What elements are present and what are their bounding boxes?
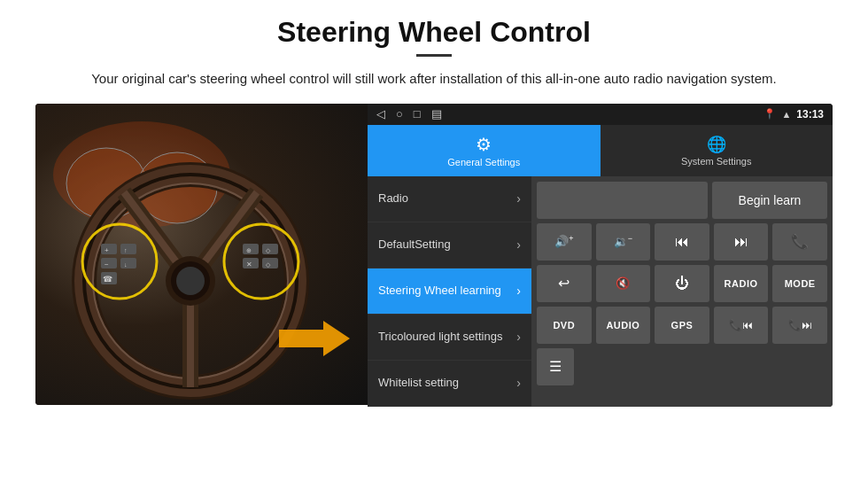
next-track-icon: ⏭ [734, 234, 748, 250]
mute-icon: 🔇 [616, 276, 630, 290]
steering-bg: + − ↑ ↓ ☎ ⊕ ✕ ◇ ◇ [35, 104, 368, 405]
svg-point-15 [176, 267, 205, 295]
svg-text:↓: ↓ [124, 261, 128, 268]
hang-up-button[interactable]: ↩ [537, 265, 592, 302]
tab-system-label: System Settings [681, 156, 751, 167]
tab-system-settings[interactable]: 🌐 System Settings [601, 125, 833, 176]
menu-item-whitelist[interactable]: Whitelist setting › [368, 361, 531, 407]
status-bar-left: ◁ ○ □ ▤ [376, 107, 442, 121]
title-divider [416, 54, 452, 57]
steering-wheel-image: + − ↑ ↓ ☎ ⊕ ✕ ◇ ◇ [35, 104, 368, 405]
tab-general-settings[interactable]: ⚙ General Settings [368, 125, 601, 176]
svg-rect-19 [101, 258, 117, 268]
svg-rect-20 [120, 244, 136, 254]
menu-arrow-radio: › [516, 191, 521, 206]
svg-text:+: + [105, 246, 109, 254]
answer-call-icon: 📞 [791, 233, 809, 250]
phone-prev-button[interactable]: 📞⏮ [714, 307, 769, 344]
phone-next-button[interactable]: 📞⏭ [772, 307, 827, 344]
gps-label: GPS [671, 320, 694, 331]
row-media-controls: 🔊+ 🔉− ⏮ ⏭ 📞 [537, 223, 827, 261]
control-panel: Begin learn 🔊+ 🔉− ⏮ [531, 176, 833, 407]
menu-arrow-default: › [516, 237, 521, 252]
prev-track-button[interactable]: ⏮ [655, 223, 709, 261]
svg-text:⊕: ⊕ [246, 247, 252, 253]
power-icon: ⏻ [675, 276, 689, 292]
menu-item-radio-label: Radio [378, 191, 516, 206]
menu-item-default[interactable]: DefaultSetting › [368, 222, 531, 268]
row-call-controls: ↩ 🔇 ⏻ RADIO MODE [537, 265, 827, 302]
menu-item-tricoloured[interactable]: Tricoloured light settings › [368, 315, 531, 361]
phone-next-icon: 📞⏭ [788, 319, 812, 331]
general-settings-icon: ⚙ [476, 134, 492, 155]
phone-prev-icon: 📞⏮ [729, 319, 753, 331]
radio-label: RADIO [725, 278, 758, 289]
dvd-label: DVD [553, 320, 575, 331]
content-area: + − ↑ ↓ ☎ ⊕ ✕ ◇ ◇ [35, 104, 833, 407]
menu-list: Radio › DefaultSetting › Steering Wheel … [368, 176, 531, 407]
power-button[interactable]: ⏻ [655, 265, 709, 302]
svg-text:☎: ☎ [103, 275, 112, 284]
volume-down-button[interactable]: 🔉− [596, 223, 651, 261]
radio-button[interactable]: RADIO [714, 265, 769, 302]
mode-button[interactable]: MODE [772, 265, 827, 302]
volume-up-button[interactable]: 🔊+ [537, 223, 592, 261]
wifi-icon: ▲ [781, 109, 791, 120]
volume-up-icon: 🔊+ [554, 234, 573, 248]
tab-general-label: General Settings [447, 157, 520, 167]
menu-item-tricoloured-label: Tricoloured light settings [378, 330, 516, 345]
menu-icon[interactable]: ▤ [431, 107, 442, 121]
page-title: Steering Wheel Control [35, 16, 833, 49]
whitelist-icon: ☰ [549, 358, 562, 375]
recents-icon[interactable]: □ [414, 107, 421, 121]
status-time: 13:13 [796, 108, 824, 121]
status-bar-right: 📍 ▲ 13:13 [763, 108, 824, 121]
tab-bar: ⚙ General Settings 🌐 System Settings [368, 125, 833, 176]
menu-arrow-steering: › [516, 284, 521, 298]
page-subtitle: Your original car's steering wheel contr… [35, 69, 833, 89]
svg-text:✕: ✕ [246, 261, 252, 268]
audio-label: AUDIO [606, 320, 639, 331]
menu-item-whitelist-label: Whitelist setting [378, 376, 516, 391]
menu-area: Radio › DefaultSetting › Steering Wheel … [368, 176, 833, 407]
location-icon: 📍 [763, 108, 776, 120]
svg-text:↑: ↑ [124, 247, 128, 253]
mute-button[interactable]: 🔇 [596, 265, 651, 302]
page-container: Steering Wheel Control Your original car… [0, 0, 868, 424]
row-begin-learn: Begin learn [537, 182, 827, 219]
whitelist-icon-button[interactable]: ☰ [537, 348, 574, 385]
svg-rect-30 [262, 244, 278, 254]
menu-item-default-label: DefaultSetting [378, 237, 516, 253]
menu-item-steering[interactable]: Steering Wheel learning › [368, 268, 531, 315]
svg-text:−: − [105, 261, 109, 268]
home-icon[interactable]: ○ [396, 107, 403, 121]
hang-up-icon: ↩ [558, 275, 570, 292]
status-bar: ◁ ○ □ ▤ 📍 ▲ 13:13 [368, 104, 833, 125]
menu-item-steering-label: Steering Wheel learning [378, 284, 516, 299]
next-track-button[interactable]: ⏭ [714, 223, 769, 261]
gps-button[interactable]: GPS [655, 307, 709, 344]
dvd-button[interactable]: DVD [537, 307, 592, 344]
android-panel: ◁ ○ □ ▤ 📍 ▲ 13:13 ⚙ General Settings [368, 104, 833, 407]
menu-arrow-tricoloured: › [516, 330, 521, 344]
audio-button[interactable]: AUDIO [596, 307, 651, 344]
menu-item-radio[interactable]: Radio › [368, 176, 531, 222]
menu-arrow-whitelist: › [516, 376, 521, 390]
row-whitelist: ☰ [537, 348, 827, 385]
mode-label: MODE [785, 278, 816, 289]
system-settings-icon: 🌐 [707, 135, 726, 154]
answer-call-button[interactable]: 📞 [772, 223, 827, 261]
svg-rect-31 [262, 258, 278, 268]
volume-down-icon: 🔉− [614, 234, 632, 248]
key-input-display [537, 182, 708, 219]
svg-rect-18 [101, 244, 117, 254]
row-source-controls: DVD AUDIO GPS 📞⏮ 📞⏭ [537, 307, 827, 344]
svg-rect-21 [120, 258, 136, 268]
begin-learn-button[interactable]: Begin learn [712, 182, 827, 219]
prev-track-icon: ⏮ [675, 234, 689, 250]
back-icon[interactable]: ◁ [376, 107, 385, 121]
